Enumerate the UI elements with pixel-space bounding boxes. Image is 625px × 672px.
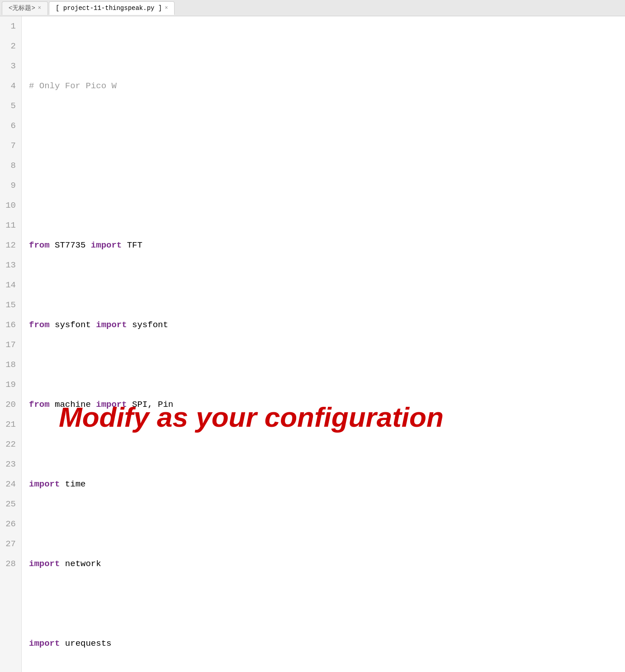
code-line-8: import urequests [29,634,618,653]
editor-area: 1 2 3 4 5 6 7 8 9 10 11 12 13 14 15 16 1… [0,16,625,672]
ln-26: 26 [5,514,16,534]
code-container: 1 2 3 4 5 6 7 8 9 10 11 12 13 14 15 16 1… [0,16,625,672]
ln-27: 27 [5,534,16,554]
line4-mid: sysfont [50,315,96,335]
code-line-3: from ST7735 import TFT [29,235,618,255]
tab-untitled-close[interactable]: × [38,5,41,11]
ln-1: 1 [5,16,16,36]
kw-from-5: from [29,395,50,415]
kw-import-7: import [29,554,60,574]
line8-end: urequests [60,634,111,653]
tab-untitled[interactable]: <无标题> × [2,1,48,15]
line6-end: time [60,474,85,494]
ln-10: 10 [5,195,16,215]
line3-end: TFT [122,235,142,255]
line1-text: # Only For Pico W [29,76,117,96]
ln-14: 14 [5,275,16,295]
ln-13: 13 [5,255,16,275]
ln-16: 16 [5,315,16,335]
line-numbers: 1 2 3 4 5 6 7 8 9 10 11 12 13 14 15 16 1… [0,16,22,672]
ln-5: 5 [5,96,16,116]
kw-import-5: import [96,395,127,415]
line7-end: network [60,554,101,574]
code-line-2 [29,156,618,176]
code-line-1: # Only For Pico W [29,76,618,96]
line4-end: sysfont [127,315,168,335]
kw-import-6: import [29,474,60,494]
ln-23: 23 [5,454,16,474]
kw-import-4: import [96,315,127,335]
kw-from-3: from [29,235,50,255]
ln-11: 11 [5,215,16,235]
code-line-7: import network [29,554,618,574]
ln-21: 21 [5,415,16,434]
code-line-5: from machine import SPI, Pin [29,395,618,415]
line3-mid: ST7735 [50,235,91,255]
ln-9: 9 [5,176,16,195]
ln-12: 12 [5,235,16,255]
ln-25: 25 [5,494,16,514]
ln-2: 2 [5,36,16,56]
tab-bar: <无标题> × [ project-11-thingspeak.py ] × [0,0,625,16]
ln-15: 15 [5,295,16,315]
ln-18: 18 [5,355,16,375]
code-line-6: import time [29,474,618,494]
code-line-4: from sysfont import sysfont [29,315,618,335]
ln-17: 17 [5,335,16,355]
kw-import-8: import [29,634,60,653]
tab-project[interactable]: [ project-11-thingspeak.py ] × [49,1,175,15]
line5-mid: machine [50,395,96,415]
tab-project-label: [ project-11-thingspeak.py ] [56,5,162,12]
tab-project-close[interactable]: × [165,5,168,11]
line5-end: SPI, Pin [127,395,174,415]
ln-19: 19 [5,375,16,395]
kw-import-3: import [91,235,122,255]
ln-6: 6 [5,116,16,136]
ln-3: 3 [5,56,16,76]
tab-untitled-label: <无标题> [9,4,35,12]
ln-8: 8 [5,156,16,176]
kw-from-4: from [29,315,50,335]
ln-20: 20 [5,395,16,415]
ln-4: 4 [5,76,16,96]
ln-24: 24 [5,474,16,494]
code-lines[interactable]: # Only For Pico W from ST7735 import TFT… [22,16,625,672]
ln-22: 22 [5,434,16,454]
ln-7: 7 [5,136,16,156]
ln-28: 28 [5,554,16,574]
